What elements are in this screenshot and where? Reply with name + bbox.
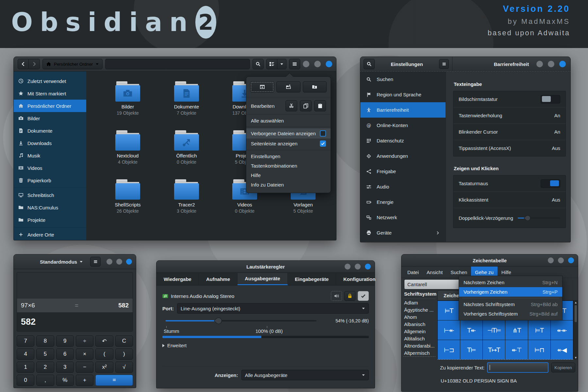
key-2[interactable]: 2 <box>36 362 54 373</box>
menu-item-help[interactable]: Hilfe <box>246 171 331 180</box>
menu-item-next-script[interactable]: Nächstes Schriftsystem Strg+Bild ab <box>459 300 562 309</box>
menu-item-show-sidebar[interactable]: Seitenleiste anzeigen <box>246 139 331 149</box>
sidebar-item-desktop[interactable]: Schreibtisch <box>14 189 86 201</box>
scroll-down-icon[interactable]: ▼ <box>574 356 577 360</box>
script-item[interactable]: Albanisch <box>403 320 435 328</box>
setting-row-key-repeat[interactable]: Tastenwiederholung An <box>453 107 565 123</box>
view-list-button[interactable] <box>266 59 277 69</box>
hamburger-menu-button[interactable] <box>289 59 300 69</box>
menu-datei[interactable]: Datei <box>403 267 423 278</box>
minimize-button[interactable] <box>303 61 309 67</box>
advanced-expander[interactable]: Erweitert <box>162 343 369 348</box>
sidebar-item-other-locations[interactable]: Andere Orte <box>14 228 86 241</box>
folder-dokumente[interactable]: Dokumente 7 Objekte <box>159 81 214 116</box>
cut-button[interactable] <box>286 100 297 111</box>
minimize-button[interactable] <box>106 259 112 265</box>
sidebar-item-network[interactable]: Netzwerk <box>360 210 446 225</box>
show-combo[interactable]: Alle Ausgabegeräte <box>241 370 369 380</box>
sidebar-item-sharing[interactable]: Freigabe <box>360 164 446 179</box>
key-paren-open[interactable]: ( <box>95 349 113 360</box>
location-entry[interactable] <box>105 59 250 69</box>
new-tab-button[interactable] <box>276 81 300 92</box>
glyph-cell[interactable]: T↦T <box>483 340 505 359</box>
copy-button[interactable] <box>300 100 312 111</box>
key-3[interactable]: 3 <box>56 362 74 373</box>
folder-bilder[interactable]: Bilder 19 Objekte <box>100 81 155 116</box>
scroll-up-icon[interactable]: ▲ <box>574 301 577 304</box>
key-9[interactable]: 9 <box>56 335 74 347</box>
sidebar-item-audio[interactable]: Audio <box>360 179 446 194</box>
close-button[interactable] <box>126 259 132 265</box>
sidebar-item-power[interactable]: Energie <box>360 194 446 210</box>
glyph-cell[interactable]: ⊨⊓ <box>528 340 551 359</box>
paste-button[interactable] <box>314 100 326 111</box>
maximize-button[interactable] <box>548 61 554 67</box>
sidebar-item-devices[interactable]: Geräte <box>360 225 446 240</box>
maximize-button[interactable] <box>558 257 564 263</box>
glyph-cell[interactable]: ⊨T <box>438 301 460 320</box>
glyph-cell[interactable]: ⊢⊐ <box>438 340 460 359</box>
close-button[interactable] <box>559 61 566 67</box>
setting-row-mouse-keys[interactable]: Tastaturmaus <box>453 175 565 191</box>
glyph-cell[interactable]: ⊣T⊨ <box>483 320 505 340</box>
sidebar-item-trash[interactable]: Papierkorb <box>14 174 86 187</box>
tab-eingabegeraete[interactable]: Eingabegeräte <box>288 273 336 285</box>
calculator-menu-button[interactable] <box>90 257 101 267</box>
sidebar-item-region[interactable]: Region und Sprache <box>360 87 446 102</box>
key-5[interactable]: 5 <box>36 349 54 360</box>
glyph-scrollbar[interactable]: ▲ ▼ <box>573 301 578 360</box>
fallback-device-button[interactable] <box>358 291 369 301</box>
key-1[interactable]: 1 <box>17 362 34 373</box>
sidebar-item-online-accounts[interactable]: @Online-Konten <box>360 118 446 133</box>
sidebar-item-nas[interactable]: NAS:Cumulus <box>14 201 86 214</box>
setting-row-click-assist[interactable]: Klickassistent Aus <box>453 191 565 208</box>
key-percent[interactable]: % <box>56 375 74 386</box>
copy-input[interactable] <box>487 362 548 373</box>
script-item[interactable]: Altpermisch <box>403 349 435 357</box>
close-button[interactable] <box>568 257 574 263</box>
close-button[interactable] <box>365 264 371 270</box>
scrollbar-thumb[interactable] <box>575 305 577 322</box>
glyph-cell[interactable]: ↞◀ <box>551 340 573 359</box>
sidebar-item-music[interactable]: Musik <box>14 149 86 162</box>
key-clear[interactable]: C <box>115 335 133 347</box>
key-0[interactable]: 0 <box>17 375 34 386</box>
glyph-cell[interactable]: ⋔T <box>505 320 528 340</box>
copy-button[interactable]: Kopieren <box>551 363 575 372</box>
maximize-button[interactable] <box>116 259 122 265</box>
folder-shellscripts[interactable]: ShellScripts 26 Objekte <box>100 179 155 214</box>
minimize-button[interactable] <box>345 264 351 270</box>
sidebar-item-privacy[interactable]: Datenschutz <box>360 133 446 148</box>
slider-knob[interactable] <box>524 214 531 222</box>
double-click-delay-slider[interactable] <box>518 215 560 221</box>
history-row[interactable]: 97×6 = 582 <box>17 299 133 312</box>
setting-row-cursor-blink[interactable]: Blinkender Cursor An <box>453 123 565 140</box>
menu-item-shortcuts[interactable]: Tastenkombinationen <box>246 161 331 171</box>
setting-row-screen-keyboard[interactable]: Bildschirmtastatur <box>453 91 565 107</box>
tab-konfiguration[interactable]: Konfiguration <box>336 273 383 285</box>
sidebar-item-applications[interactable]: Anwendungen <box>360 148 446 164</box>
font-combo[interactable]: Cantarell <box>404 279 460 289</box>
mute-button[interactable] <box>331 291 342 301</box>
glyph-cell[interactable]: T↞ <box>460 320 483 340</box>
back-button[interactable] <box>18 59 29 69</box>
menu-item-select-all[interactable]: Alle auswählen <box>246 116 331 125</box>
tab-wiedergabe[interactable]: Wiedergabe <box>156 273 199 285</box>
tab-ausgabegeraete[interactable]: Ausgabegeräte <box>237 273 287 285</box>
key-square[interactable]: x² <box>95 362 113 373</box>
key-paren-close[interactable]: ) <box>115 349 133 360</box>
tab-aufnahme[interactable]: Aufnahme <box>199 273 237 285</box>
sidebar-item-starred[interactable]: Mit Stern markiert <box>14 87 86 100</box>
menu-item-about[interactable]: Info zu Dateien <box>246 180 331 189</box>
sidebar-item-recent[interactable]: Zuletzt verwendet <box>14 75 86 87</box>
menu-item-hidden-files[interactable]: Verborgene Dateien anzeigen <box>246 128 331 139</box>
screen-keyboard-toggle[interactable] <box>541 95 560 104</box>
folder-nextcloud[interactable]: Nextcloud 4 Objekte <box>100 130 155 165</box>
sidebar-item-home[interactable]: Persönlicher Ordner <box>14 100 86 112</box>
path-button[interactable]: Persönlicher Ordner <box>42 59 103 69</box>
sidebar-item-search[interactable]: Suchen <box>360 72 446 87</box>
script-item[interactable]: Adlam <box>403 299 435 306</box>
script-item[interactable]: Altitalisch <box>403 335 435 342</box>
key-4[interactable]: 4 <box>17 349 34 360</box>
key-sqrt[interactable]: √ <box>115 362 133 373</box>
